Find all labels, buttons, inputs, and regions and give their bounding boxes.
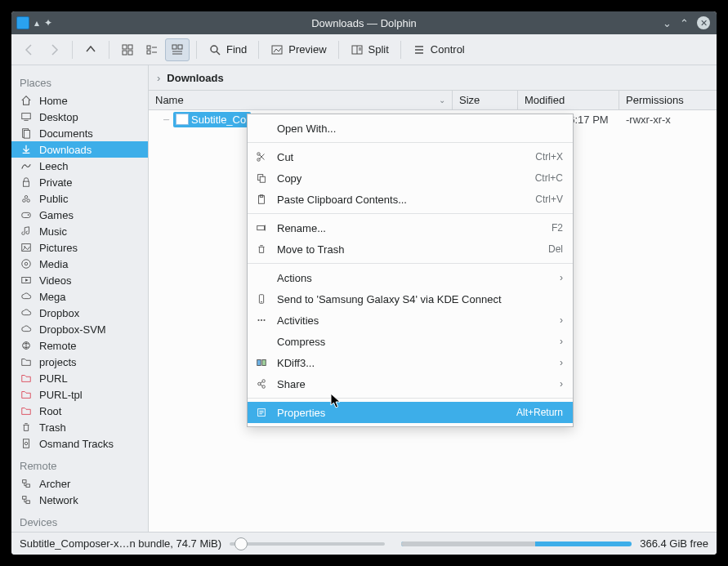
window: ▴ ✦ Downloads — Dolphin ⌄ ⌃ ✕ <box>11 11 717 555</box>
sidebar-item-dropbox-svm[interactable]: Dropbox-SVM <box>11 321 148 337</box>
phone-icon <box>254 293 269 305</box>
sidebar-item-media[interactable]: Media <box>11 256 148 272</box>
sidebar-item-root[interactable]: Root <box>11 403 148 419</box>
sidebar-item-osmand-tracks[interactable]: Osmand Tracks <box>11 435 148 452</box>
view-compact-button[interactable] <box>141 38 163 61</box>
view-icons-button[interactable] <box>116 38 139 61</box>
sidebar-item-pictures[interactable]: Pictures <box>11 239 148 256</box>
menu-separator <box>248 263 573 264</box>
split-button[interactable]: Split <box>346 38 394 61</box>
menu-item-move-to-trash[interactable]: Move to TrashDel <box>248 238 573 260</box>
sidebar-item-label: Pictures <box>39 242 78 254</box>
sidebar-item-label: Media <box>39 258 68 270</box>
menu-item-open-with[interactable]: Open With... <box>248 118 573 139</box>
up-button[interactable] <box>79 38 102 61</box>
chevron-right-icon: › <box>560 336 563 347</box>
back-button[interactable] <box>18 38 41 61</box>
sidebar-item-home[interactable]: Home <box>11 92 148 109</box>
find-button[interactable]: Find <box>203 38 252 61</box>
menu-item-send-to-samsung-galaxy-s4-via-kde-connect[interactable]: Send to 'Samsung Galaxy S4' via KDE Conn… <box>248 288 573 310</box>
breadcrumb-current[interactable]: Downloads <box>167 72 223 84</box>
view-details-button[interactable] <box>165 38 190 61</box>
column-permissions[interactable]: Permissions <box>619 91 685 109</box>
sidebar-item-trash[interactable]: Trash <box>11 419 148 435</box>
sidebar-item-label: Public <box>39 193 68 205</box>
sidebar-item-dropbox[interactable]: Dropbox <box>11 305 148 321</box>
zoom-thumb[interactable] <box>234 537 248 550</box>
svg-rect-0 <box>123 45 127 49</box>
copy-icon <box>254 172 269 184</box>
chevron-right-icon: › <box>560 357 563 368</box>
network-icon <box>20 477 33 490</box>
sidebar-item-network[interactable]: Network <box>11 492 148 508</box>
sidebar-item-label: Leech <box>39 160 68 172</box>
menu-item-compress[interactable]: Compress› <box>248 331 573 352</box>
desktop-icon <box>20 110 33 123</box>
maximize-button[interactable]: ⌃ <box>680 17 689 29</box>
disk-usage-bar <box>401 541 632 546</box>
sidebar-item-archer[interactable]: Archer <box>11 475 148 492</box>
sidebar-item-desktop[interactable]: Desktop <box>11 109 148 125</box>
sidebar-item-remote[interactable]: Remote <box>11 337 148 354</box>
menu-item-activities[interactable]: Activities› <box>248 310 573 331</box>
file-name-selected[interactable]: Subtitle_Co <box>173 112 251 127</box>
keep-above-icon[interactable]: ▴ <box>34 17 39 29</box>
sidebar-item-music[interactable]: Music <box>11 223 148 239</box>
svg-point-27 <box>25 196 28 199</box>
section-remote: Remote <box>11 452 148 475</box>
close-button[interactable]: ✕ <box>697 16 710 29</box>
titlebar: ▴ ✦ Downloads — Dolphin ⌄ ⌃ ✕ <box>11 11 717 34</box>
sidebar-item-private[interactable]: Private <box>11 174 148 190</box>
folder-red-icon <box>20 388 33 401</box>
menu-item-label: Paste Clipboard Contents... <box>277 194 527 206</box>
menu-item-label: KDiff3... <box>277 357 552 369</box>
column-name[interactable]: Name ⌄ <box>149 91 453 109</box>
sidebar-item-purl-tpl[interactable]: PURL-tpl <box>11 386 148 403</box>
properties-icon <box>254 407 269 418</box>
preview-icon <box>270 43 284 56</box>
share-icon <box>254 378 269 390</box>
sidebar-item-public[interactable]: Public <box>11 190 148 207</box>
zoom-slider[interactable] <box>230 537 385 550</box>
sidebar-item-downloads[interactable]: Downloads <box>11 141 148 158</box>
sidebar-item-videos[interactable]: Videos <box>11 272 148 288</box>
svg-rect-8 <box>172 45 176 49</box>
trash-icon <box>20 421 33 434</box>
pin-icon[interactable]: ✦ <box>44 17 52 29</box>
preview-button[interactable]: Preview <box>266 38 331 61</box>
sidebar-item-label: Root <box>39 405 61 417</box>
menu-item-paste-clipboard-contents[interactable]: Paste Clipboard Contents...Ctrl+V <box>248 189 573 210</box>
sidebar-item-purl[interactable]: PURL <box>11 370 148 386</box>
expand-icon[interactable]: ─ <box>163 115 173 124</box>
sidebar-item-label: Osmand Tracks <box>39 438 114 450</box>
sidebar-item-mega[interactable]: Mega <box>11 288 148 305</box>
menu-item-label: Open With... <box>277 123 563 135</box>
menu-item-copy[interactable]: CopyCtrl+C <box>248 167 573 189</box>
menu-item-share[interactable]: Share› <box>248 373 573 394</box>
sidebar-item-label: Private <box>39 176 72 189</box>
menu-item-cut[interactable]: CutCtrl+X <box>248 146 573 167</box>
up-icon <box>84 43 97 56</box>
kdiff3-icon <box>254 357 269 368</box>
sidebar-item-projects[interactable]: projects <box>11 354 148 370</box>
minimize-button[interactable]: ⌄ <box>663 17 672 29</box>
menu-item-label: Move to Trash <box>277 243 540 256</box>
svg-point-31 <box>28 214 29 216</box>
cloud-icon <box>20 306 33 319</box>
menu-item-kdiff3[interactable]: KDiff3...› <box>248 352 573 373</box>
breadcrumb[interactable]: › Downloads <box>149 65 717 90</box>
column-size[interactable]: Size <box>453 91 518 109</box>
sidebar-item-documents[interactable]: Documents <box>11 125 148 141</box>
column-modified[interactable]: Modified <box>518 91 619 109</box>
menu-item-actions[interactable]: Actions› <box>248 267 573 288</box>
sidebar-item-games[interactable]: Games <box>11 207 148 223</box>
menu-item-rename[interactable]: Rename...F2 <box>248 217 573 238</box>
forward-button[interactable] <box>42 38 65 61</box>
svg-rect-57 <box>257 360 261 366</box>
control-button[interactable]: Control <box>408 38 470 61</box>
menu-item-properties[interactable]: PropertiesAlt+Return <box>248 402 573 423</box>
sidebar-item-label: PURL-tpl <box>39 389 83 401</box>
sidebar-item-label: Music <box>39 225 67 238</box>
sidebar-item-leech[interactable]: Leech <box>11 158 148 174</box>
sidebar-item-label: PURL <box>39 372 68 385</box>
